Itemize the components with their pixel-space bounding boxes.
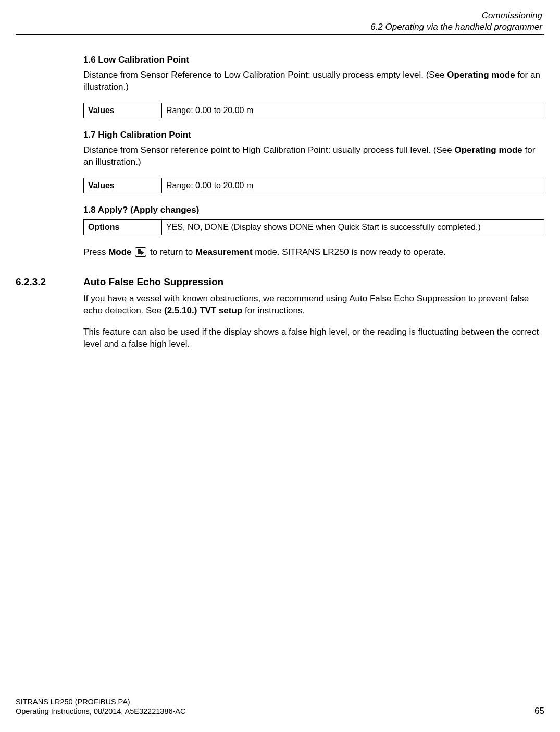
header-section: 6.2 Operating via the handheld programme…: [16, 22, 542, 32]
subsection-number: 6.2.3.2: [16, 276, 83, 288]
cell-value: Range: 0.00 to 20.00 m: [162, 103, 544, 118]
cell-value: YES, NO, DONE (Display shows DONE when Q…: [162, 219, 544, 235]
mode-label: Mode: [108, 247, 131, 257]
table-row: Values Range: 0.00 to 20.00 m: [84, 178, 544, 193]
table-1-8-options: Options YES, NO, DONE (Display shows DON…: [83, 219, 544, 235]
text: for instructions.: [242, 306, 305, 315]
subsection-heading: 6.2.3.2 Auto False Echo Suppression: [83, 276, 544, 288]
text: to return to: [147, 247, 195, 257]
page-footer: SITRANS LR250 (PROFIBUS PA) Operating In…: [16, 698, 544, 716]
cell-label: Values: [84, 103, 162, 118]
subsection-title: Auto False Echo Suppression: [83, 276, 223, 288]
page-number: 65: [534, 706, 544, 716]
page-header: Commissioning 6.2 Operating via the hand…: [16, 10, 544, 35]
content-area: 1.6 Low Calibration Point Distance from …: [16, 55, 544, 350]
para-press-mode: Press Mode to return to Measurement mode…: [83, 247, 544, 259]
para-afes-2: This feature can also be used if the dis…: [83, 326, 544, 350]
cell-label: Options: [84, 219, 162, 235]
text: mode. SITRANS LR250 is now ready to oper…: [253, 247, 446, 257]
ref-tvt-setup: (2.5.10.) TVT setup: [164, 306, 242, 315]
mode-key-icon: [135, 247, 146, 257]
para-1-6: Distance from Sensor Reference to Low Ca…: [83, 69, 544, 93]
text: Press: [83, 247, 108, 257]
cell-value: Range: 0.00 to 20.00 m: [162, 178, 544, 193]
text: Distance from Sensor reference point to …: [83, 145, 454, 155]
footer-product: SITRANS LR250 (PROFIBUS PA): [16, 698, 544, 706]
header-chapter: Commissioning: [16, 10, 542, 21]
footer-docinfo: Operating Instructions, 08/2014, A5E3222…: [16, 707, 185, 715]
ref-operating-mode: Operating mode: [447, 70, 515, 80]
text: If you have a vessel with known obstruct…: [83, 294, 529, 315]
heading-1-6: 1.6 Low Calibration Point: [83, 55, 544, 65]
table-row: Values Range: 0.00 to 20.00 m: [84, 103, 544, 118]
table-1-7-values: Values Range: 0.00 to 20.00 m: [83, 178, 544, 193]
table-1-6-values: Values Range: 0.00 to 20.00 m: [83, 103, 544, 118]
heading-1-8: 1.8 Apply? (Apply changes): [83, 205, 544, 215]
heading-1-7: 1.7 High Calibration Point: [83, 130, 544, 140]
para-1-7: Distance from Sensor reference point to …: [83, 144, 544, 168]
text: Distance from Sensor Reference to Low Ca…: [83, 70, 447, 80]
cell-label: Values: [84, 178, 162, 193]
table-row: Options YES, NO, DONE (Display shows DON…: [84, 219, 544, 235]
ref-operating-mode: Operating mode: [454, 145, 522, 155]
measurement-label: Measurement: [195, 247, 253, 257]
para-afes-1: If you have a vessel with known obstruct…: [83, 293, 544, 317]
